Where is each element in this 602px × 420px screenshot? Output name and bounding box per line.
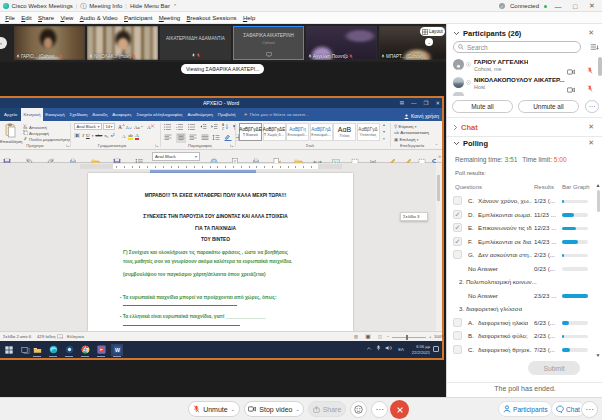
collapse-strip-button[interactable]: ⌄ (425, 38, 433, 46)
participant-row[interactable]: ΓΑΡΙΟΥ ΑΓΓΕΛΙΚΗCohost, me (453, 56, 599, 74)
tray-speaker-icon[interactable] (385, 345, 392, 351)
strikethrough-button[interactable]: abc (95, 133, 102, 138)
style-item[interactable]: ΑαΒβΓγΔΕ¶ Χωρίς δ... (263, 123, 286, 141)
clear-format-icon[interactable]: A (147, 123, 155, 130)
taskbar-clock[interactable]: 6:56 μμ 22/2/2021 (412, 344, 430, 356)
frame-icon[interactable] (351, 152, 360, 161)
zoom-in-icon[interactable]: + (429, 334, 431, 339)
zoom-slider-thumb[interactable] (406, 335, 408, 340)
zoom-slider[interactable] (392, 337, 426, 338)
proofing-icon[interactable] (57, 334, 63, 340)
multilevel-button[interactable] (188, 123, 196, 131)
subscript-button[interactable]: x₂ (104, 133, 108, 138)
web-layout-icon[interactable]: ◫ (378, 334, 382, 339)
highlight-button[interactable]: ab (128, 133, 133, 140)
stop-video-button[interactable]: Stop video ⌄ (244, 401, 304, 417)
list-icon[interactable] (135, 152, 144, 161)
print-preview-icon[interactable] (69, 152, 78, 161)
dialog-launcher-icon[interactable] (66, 143, 70, 148)
menu-item[interactable]: Participant (121, 15, 156, 21)
start-button[interactable] (3, 344, 15, 356)
web-icon[interactable] (210, 152, 219, 161)
taskbar-language[interactable]: ΕΛ (398, 347, 404, 352)
participants-more-button[interactable]: ⋯ (585, 100, 599, 113)
checkbox-unchecked[interactable] (453, 318, 462, 327)
image-icon[interactable] (332, 152, 341, 161)
edge-icon[interactable] (47, 344, 59, 356)
menu-item[interactable]: Share (35, 15, 57, 21)
replace-button[interactable]: ab Αντικατάσταση (394, 130, 429, 137)
reactions-button[interactable] (350, 401, 367, 418)
new-doc-icon[interactable] (231, 152, 240, 161)
read-mode-icon[interactable]: ▧ (354, 334, 358, 339)
save-icon[interactable] (3, 152, 12, 161)
indent-button[interactable] (211, 123, 218, 131)
unmute-all-button[interactable]: Unmute all (518, 100, 579, 113)
word-minimize-button[interactable]: — (411, 100, 417, 106)
layout-button[interactable]: Layout (420, 27, 445, 36)
collapse-ribbon-icon[interactable]: ⌃ (435, 143, 438, 148)
checkbox-unchecked[interactable] (453, 250, 462, 259)
bold-button[interactable]: B (74, 133, 80, 138)
word-file-tab[interactable]: Αρχείο (0, 108, 21, 121)
style-gallery-arrows[interactable]: ▲▼▾ (381, 123, 387, 141)
more-options-button[interactable]: ⋯ (371, 401, 388, 418)
save-as-icon[interactable] (113, 152, 122, 161)
style-item[interactable]: ΑαΒβΓηΕπικεφαλί... (286, 123, 309, 141)
font-size-combo[interactable]: 14▾ (103, 123, 115, 130)
chat-header[interactable]: Chat ✕ (453, 120, 596, 134)
poll-scroll-down-icon[interactable]: ▼ (596, 352, 601, 358)
bullets-button[interactable] (164, 123, 172, 131)
text-effects-button[interactable]: A (122, 134, 126, 139)
word-wordcount[interactable]: 429 λέξεις (37, 334, 56, 339)
video-tile[interactable]: ΣΑΦΑΡΙΚΑ ΑΙΚΑΤΕΡΙΝΗCohost (233, 26, 304, 60)
chat-toggle-button[interactable]: Chat (551, 401, 585, 417)
textbox-icon[interactable] (418, 152, 427, 161)
pencil2-icon[interactable] (404, 152, 413, 161)
stop-video-dropdown-icon[interactable]: ⌄ (295, 406, 299, 412)
tray-mic-icon[interactable] (376, 345, 381, 351)
pencil-icon[interactable] (388, 152, 397, 161)
align-left-button[interactable] (164, 134, 172, 142)
hide-menubar-button[interactable]: Hide Menu Bar (130, 3, 170, 9)
menu-item[interactable]: Audio & Video (77, 15, 121, 21)
zoom-out-icon[interactable]: − (387, 334, 389, 339)
unmute-button[interactable]: Unmute ⌄ (188, 401, 240, 417)
participants-toggle-button[interactable]: Participants (498, 401, 552, 417)
style-item[interactable]: ΑαΒβΓηΔΕπικεφαλ... (310, 123, 333, 141)
arrows-icon[interactable] (313, 152, 322, 161)
mute-all-button[interactable]: Mute all (452, 100, 513, 113)
participants-close-icon[interactable]: ✕ (588, 29, 594, 37)
open2-icon[interactable] (294, 152, 303, 161)
close-button[interactable]: ✕ (586, 2, 598, 10)
numbering-button[interactable]: 123 (176, 123, 184, 131)
paste-label[interactable]: Επικόλληση (0, 139, 22, 144)
chrome-icon[interactable] (79, 344, 91, 356)
dialog-launcher-icon[interactable] (230, 143, 234, 148)
app-circle-icon[interactable] (63, 344, 75, 356)
style-item[interactable]: ΑαΒΤίτλος (333, 123, 356, 141)
menu-item[interactable]: File (2, 15, 18, 21)
toolbar-overflow-icon[interactable]: » (438, 153, 441, 159)
word-page-indicator[interactable]: Σελίδα 2 από 6 (3, 334, 31, 339)
video-tile[interactable]: ΓΑΡΙΟ... (Cohost... (14, 26, 85, 60)
menu-item[interactable]: Edit (18, 15, 35, 21)
word-tellme-box[interactable]: ☀Πείτε μου τι θέλετε να κάνετε... (238, 108, 309, 121)
video-tile[interactable]: Αγγελικη Πουντζό (306, 26, 377, 60)
menu-item[interactable]: Meeting (156, 15, 184, 21)
submit-button[interactable]: Submit (528, 361, 580, 375)
ribbon-options-icon[interactable]: ▤ (400, 100, 404, 106)
notification-center-icon[interactable] (433, 346, 439, 352)
zoom-percent[interactable]: 100% (434, 334, 445, 339)
word-tab[interactable]: Κεντρική (21, 108, 43, 121)
file-explorer-icon[interactable] (31, 344, 43, 356)
participants-scrollbar[interactable] (598, 57, 602, 76)
find-button[interactable]: ⚲ Εύρεση ▾ (394, 124, 429, 131)
word-taskbar-icon[interactable]: W (111, 344, 123, 356)
cut-icon[interactable] (23, 124, 28, 129)
justify-button[interactable] (201, 134, 209, 142)
style-item[interactable]: ΑαΒβΓγΔΥπότιτλος (357, 123, 380, 141)
menu-item[interactable]: View (57, 15, 76, 21)
underline-button[interactable]: U (86, 133, 90, 138)
word-tab[interactable]: Προβολή (215, 108, 237, 121)
